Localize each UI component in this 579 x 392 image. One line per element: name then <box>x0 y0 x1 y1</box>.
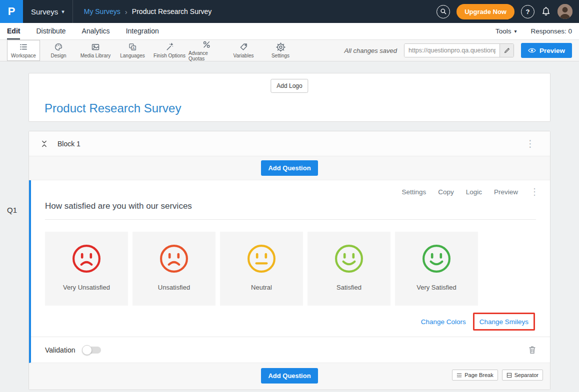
advance-quotas-icon <box>202 40 211 49</box>
option-very-unsatisfied[interactable]: Very Unsatisfied <box>45 232 128 306</box>
question-mark-icon: ? <box>526 8 530 15</box>
question-logic-link[interactable]: Logic <box>466 188 482 196</box>
survey-url-field <box>404 43 514 57</box>
settings-icon <box>276 42 286 51</box>
toolbar-item-languages[interactable]: A Languages <box>114 40 151 61</box>
page-break-button[interactable]: Page Break <box>452 370 498 381</box>
add-logo-button[interactable]: Add Logo <box>270 79 308 93</box>
delete-question-button[interactable] <box>528 346 536 354</box>
breadcrumb-my-surveys[interactable]: My Surveys <box>84 7 120 15</box>
option-satisfied[interactable]: Satisfied <box>308 232 390 306</box>
tab-distribute[interactable]: Distribute <box>36 23 66 39</box>
save-status: All changes saved <box>344 47 397 54</box>
toolbar-item-media-library[interactable]: Media Library <box>77 40 114 61</box>
add-question-button-top[interactable]: Add Question <box>261 160 318 176</box>
block-title[interactable]: Block 1 <box>58 140 80 148</box>
edit-url-button[interactable] <box>500 44 514 57</box>
collapse-icon <box>41 140 48 148</box>
question-actions: Settings Copy Logic Preview ⋮ <box>402 187 539 196</box>
change-smileys-highlight: Change Smileys <box>473 313 535 331</box>
chevron-down-icon: ▾ <box>514 28 516 34</box>
toolbar-item-settings[interactable]: Settings <box>262 40 299 61</box>
validation-label: Validation <box>45 346 75 354</box>
change-smileys-link[interactable]: Change Smileys <box>480 318 528 326</box>
add-question-button-bottom[interactable]: Add Question <box>261 368 318 384</box>
validation-toggle[interactable] <box>83 347 101 354</box>
smiley-config-links: Change Colors Change Smileys <box>45 313 535 331</box>
product-switcher[interactable]: Surveys ▾ <box>23 0 73 23</box>
validation-row: Validation <box>31 337 550 363</box>
smiley-options: Very Unsatisfied Unsatisfied Neutral Sat… <box>45 232 536 306</box>
question-id-label: Q1 <box>7 206 17 214</box>
logo-letter: P <box>8 5 16 18</box>
add-question-row-top: Add Question <box>29 156 550 180</box>
avatar-silhouette-icon <box>558 4 572 19</box>
question-settings-link[interactable]: Settings <box>402 188 426 196</box>
tools-menu[interactable]: Tools ▾ <box>496 27 517 35</box>
upgrade-now-button[interactable]: Upgrade Now <box>456 4 514 19</box>
variables-icon <box>239 42 248 51</box>
change-colors-link[interactable]: Change Colors <box>421 318 466 326</box>
survey-header-card: Add Logo Product Research Survey <box>28 73 550 122</box>
section-nav: Edit Distribute Analytics Integration To… <box>0 23 579 40</box>
toolbar-item-variables[interactable]: Variables <box>225 40 262 61</box>
design-icon <box>54 42 63 51</box>
separator-button[interactable]: Separator <box>502 370 543 381</box>
question-preview-link[interactable]: Preview <box>494 188 518 196</box>
block-footer: Add Question Page Break Separator <box>29 363 550 390</box>
eye-icon <box>528 47 536 53</box>
question-copy-link[interactable]: Copy <box>438 188 454 196</box>
workspace-icon <box>19 42 28 51</box>
page-break-icon <box>456 373 462 378</box>
toolbar-item-advance-quotas[interactable]: Advance Quotas <box>188 40 225 61</box>
toolbar-item-workspace[interactable]: Workspace <box>7 40 40 61</box>
bell-icon <box>541 6 551 17</box>
toolbar-right-cluster: All changes saved Preview <box>344 40 572 61</box>
tab-edit[interactable]: Edit <box>7 23 20 39</box>
question-menu-button[interactable]: ⋮ <box>530 187 539 196</box>
preview-button[interactable]: Preview <box>521 43 572 58</box>
block-menu-button[interactable]: ⋮ <box>522 138 538 149</box>
option-neutral[interactable]: Neutral <box>220 232 303 306</box>
top-bar: P Surveys ▾ My Surveys › Product Researc… <box>0 0 579 23</box>
toolbar-item-finish-options[interactable]: Finish Options <box>151 40 188 61</box>
finish-options-icon <box>165 42 174 51</box>
breadcrumb: My Surveys › Product Research Survey <box>84 7 212 16</box>
footer-right-cluster: Page Break Separator <box>452 370 543 381</box>
survey-url-input[interactable] <box>404 44 500 57</box>
breadcrumb-current-survey: Product Research Survey <box>132 7 212 15</box>
option-unsatisfied[interactable]: Unsatisfied <box>132 232 216 306</box>
topbar-right-cluster: Upgrade Now ? <box>436 4 579 19</box>
toolbar-item-design[interactable]: Design <box>40 40 77 61</box>
collapse-block-button[interactable] <box>41 140 48 148</box>
question-text[interactable]: How satisfied are you with our services <box>45 201 536 220</box>
media-library-icon <box>91 42 100 51</box>
tab-analytics[interactable]: Analytics <box>82 23 110 39</box>
help-button[interactable]: ? <box>521 5 534 18</box>
block-header: Block 1 ⋮ <box>29 131 550 156</box>
trash-icon <box>528 346 536 354</box>
languages-icon: A <box>128 42 137 51</box>
user-avatar[interactable] <box>558 4 572 19</box>
neutral-smiley-icon <box>247 244 276 273</box>
unsatisfied-smiley-icon <box>160 244 188 273</box>
nav-right-cluster: Tools ▾ Responses: 0 <box>496 23 572 39</box>
questionpro-logo[interactable]: P <box>0 0 23 23</box>
svg-text:A: A <box>132 46 135 50</box>
tab-integration[interactable]: Integration <box>126 23 159 39</box>
search-button[interactable] <box>436 5 450 18</box>
responses-count[interactable]: Responses: 0 <box>530 27 572 35</box>
product-label: Surveys <box>31 7 58 16</box>
notifications-button[interactable] <box>541 6 551 17</box>
survey-title[interactable]: Product Research Survey <box>44 101 181 115</box>
breadcrumb-separator-icon: › <box>125 7 128 16</box>
satisfied-smiley-icon <box>334 244 364 273</box>
separator-icon <box>506 373 512 378</box>
very-unsatisfied-smiley-icon <box>72 244 101 273</box>
very-satisfied-smiley-icon <box>422 244 451 273</box>
option-very-satisfied[interactable]: Very Satisfied <box>395 232 478 306</box>
editor-canvas: Add Logo Product Research Survey Block 1… <box>0 61 579 390</box>
search-icon <box>440 8 447 15</box>
block-card: Block 1 ⋮ Add Question Settings Copy Log… <box>28 131 550 390</box>
pencil-icon <box>504 47 510 54</box>
